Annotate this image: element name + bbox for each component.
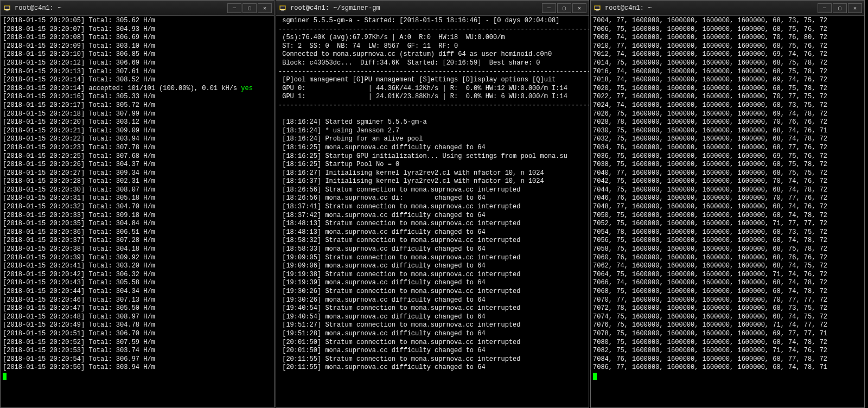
putty-icon [278,4,287,12]
svg-rect-4 [280,6,285,9]
cursor [3,373,7,380]
minimize-button[interactable]: — [542,3,556,13]
title-text-middle: root@c4n1: ~/sgminer-gm [290,4,542,12]
terminal-body-left[interactable]: [2018-01-15 20:20:05] Total: 305.62 H/m … [1,16,274,407]
putty-icon [593,4,602,12]
title-text-left: root@c4n1: ~ [15,4,227,12]
terminal-window-left: root@c4n1: ~ — ▢ ✕ [2018-01-15 20:20:05]… [0,0,275,408]
svg-rect-7 [595,6,600,9]
terminal-window-right: root@c4n1: ~ — ▢ ✕ 7004, 77, 1600000, 16… [590,0,865,408]
titlebar-right[interactable]: root@c4n1: ~ — ▢ ✕ [591,1,864,16]
maximize-button[interactable]: ▢ [242,3,257,13]
title-text-right: root@c4n1: ~ [605,4,818,12]
close-button[interactable]: ✕ [258,3,272,13]
titlebar-left[interactable]: root@c4n1: ~ — ▢ ✕ [1,1,274,16]
accepted-yes: yes [241,85,253,92]
minimize-button[interactable]: — [227,3,241,13]
close-button[interactable]: ✕ [848,3,862,13]
maximize-button[interactable]: ▢ [833,3,847,13]
svg-rect-2 [5,10,8,11]
terminal-window-middle: root@c4n1: ~/sgminer-gm — ▢ ✕ sgminer 5.… [276,0,589,408]
terminal-body-middle[interactable]: sgminer 5.5.5-gm-a - Started: [2018-01-1… [276,16,589,407]
cursor [593,373,597,380]
svg-rect-5 [281,10,284,11]
titlebar-middle[interactable]: root@c4n1: ~/sgminer-gm — ▢ ✕ [276,1,589,16]
maximize-button[interactable]: ▢ [557,3,571,13]
minimize-button[interactable]: — [818,3,832,13]
terminal-body-right[interactable]: 7004, 77, 1600000, 1600000, 1600000, 160… [591,16,864,407]
putty-icon [3,4,11,12]
svg-rect-8 [596,10,598,11]
close-button[interactable]: ✕ [572,3,586,13]
svg-rect-1 [5,6,10,9]
